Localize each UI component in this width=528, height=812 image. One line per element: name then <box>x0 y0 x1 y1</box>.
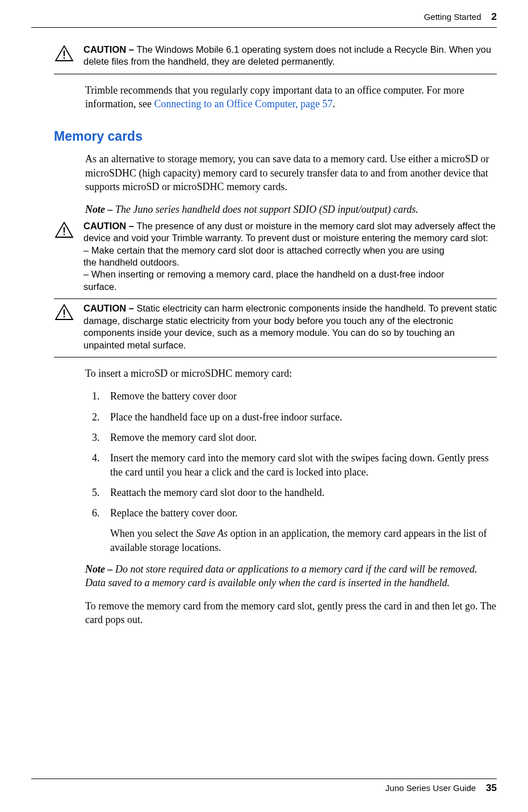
paragraph-recommend: Trimble recommends that you regularly co… <box>85 83 497 111</box>
svg-rect-1 <box>64 57 65 58</box>
warning-icon <box>54 44 74 68</box>
paragraph-remove: To remove the memory card from the memor… <box>85 599 497 627</box>
warning-icon <box>54 220 74 293</box>
note-label: Note – <box>85 204 115 215</box>
caution-block-2: CAUTION – The presence of any dust or mo… <box>54 220 497 300</box>
page-header: Getting Started 2 <box>31 11 497 28</box>
caution-text-1: CAUTION – The Windows Mobile 6.1 operati… <box>83 44 497 68</box>
note-label: Note – <box>85 563 115 575</box>
step-3: Remove the memory card slot door. <box>102 431 497 444</box>
step-4: Insert the memory card into the memory c… <box>102 451 497 479</box>
caution-text-3: CAUTION – Static electricity can harm el… <box>83 302 497 351</box>
note-body: The Juno series handheld does not suppor… <box>115 204 418 215</box>
caution-body: The presence of any dust or moisture in … <box>83 221 496 243</box>
note-storage: Note – Do not store required data or app… <box>85 562 497 590</box>
paragraph-insert-intro: To insert a microSD or microSDHC memory … <box>85 367 497 380</box>
page-footer: Juno Series User Guide 35 <box>31 779 497 794</box>
caution-label: CAUTION – <box>83 303 137 313</box>
note-sdio: Note – The Juno series handheld does not… <box>85 203 497 216</box>
insert-steps: Remove the battery cover door Place the … <box>85 389 497 554</box>
svg-rect-3 <box>64 234 65 235</box>
header-section: Getting Started <box>424 12 481 22</box>
warning-icon <box>54 302 74 351</box>
step-5: Reattach the memory card slot door to th… <box>102 486 497 499</box>
footer-title: Juno Series User Guide <box>385 783 476 793</box>
note-body: Do not store required data or applicatio… <box>85 563 477 588</box>
caution-label: CAUTION – <box>83 221 137 231</box>
caution-block-3: CAUTION – Static electricity can harm el… <box>54 302 497 357</box>
caution-block-1: CAUTION – The Windows Mobile 6.1 operati… <box>54 44 497 74</box>
caution-body: The Windows Mobile 6.1 operating system … <box>83 44 491 66</box>
step-6: Replace the battery cover door. When you… <box>102 506 497 554</box>
caution-label: CAUTION – <box>83 44 137 54</box>
chapter-number: 2 <box>492 11 497 23</box>
page-number: 35 <box>486 782 497 794</box>
step-6-sub: When you select the Save As option in an… <box>110 527 497 554</box>
step-2: Place the handheld face up on a dust-fre… <box>102 410 497 424</box>
caution-body: Static electricity can harm electronic c… <box>83 303 497 350</box>
caution-text-2: CAUTION – The presence of any dust or mo… <box>83 220 497 293</box>
paragraph-memory-intro: As an alternative to storage memory, you… <box>85 152 497 193</box>
svg-rect-5 <box>64 316 65 317</box>
link-connecting-office[interactable]: Connecting to an Office Computer, page 5… <box>154 98 332 110</box>
heading-memory-cards: Memory cards <box>54 129 497 144</box>
step-1: Remove the battery cover door <box>102 389 497 403</box>
